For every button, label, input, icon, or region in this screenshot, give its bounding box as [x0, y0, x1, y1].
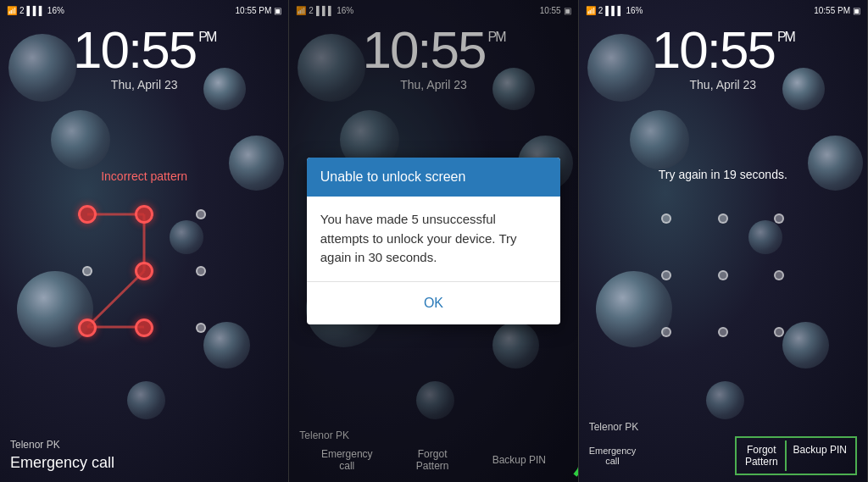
clock-time-1: 10:55 PM — [0, 24, 288, 76]
photo-icon-1: ▣ — [274, 6, 281, 15]
battery-1: 16% — [47, 6, 64, 15]
wifi-icon-3: 📶 — [586, 6, 596, 15]
dot-2-3 — [196, 266, 206, 276]
backup-pin-btn-3[interactable]: Backup PIN — [787, 440, 854, 471]
ampm-1: PM — [198, 30, 215, 44]
incorrect-pattern-text: Incorrect pattern — [0, 169, 288, 183]
wifi-icon-1: 📶 — [7, 6, 17, 15]
date-3: Thu, April 23 — [579, 78, 867, 91]
carrier-1: Telenor PK — [10, 439, 278, 451]
bottom-area-1: Telenor PK Emergency call — [0, 432, 288, 482]
dialog-body: You have made 5 unsuccessful attempts to… — [307, 197, 560, 281]
emergency-call-btn-1[interactable]: Emergency call — [10, 454, 278, 472]
dialog-box: Unable to unlock screen You have made 5 … — [307, 158, 560, 324]
panel-2: 📶 2 ▌▌▌ 16% 10:55 ▣ 10:55 PM Thu, April … — [289, 0, 578, 482]
forgot-pattern-btn-3[interactable]: ForgotPattern — [738, 440, 787, 471]
dialog-title: Unable to unlock screen — [307, 158, 560, 197]
date-1: Thu, April 23 — [0, 78, 288, 91]
dot-grid-3 — [638, 191, 808, 360]
dot-3-2 — [135, 319, 153, 337]
emergency-call-btn-3[interactable]: Emergencycall — [589, 446, 637, 466]
dot-1-3 — [196, 209, 206, 219]
dialog-overlay: Unable to unlock screen You have made 5 … — [289, 0, 577, 482]
dot-3-1 — [78, 319, 97, 337]
panel-3: 📶 2 ▌▌▌ 16% 10:55 PM ▣ 10:55 PM Thu, Apr… — [579, 0, 868, 482]
dot-3-2-3 — [774, 270, 784, 280]
dot-1-1 — [78, 205, 97, 224]
network-icon-3: 2 — [598, 6, 604, 15]
clock-area-3: 10:55 PM Thu, April 23 — [579, 24, 867, 91]
dot-2-1 — [82, 266, 92, 276]
status-right-1: 10:55 PM ▣ — [236, 6, 282, 15]
dot-3-3-1 — [661, 327, 671, 337]
time-status-3: 10:55 PM — [814, 6, 850, 15]
time-digits-1: 10:55 — [73, 24, 196, 76]
status-right-3: 10:55 PM ▣ — [814, 6, 860, 15]
network-icon-1: 2 — [19, 6, 25, 15]
dot-3-3-3 — [774, 327, 784, 337]
pattern-grid-1 — [59, 186, 229, 356]
status-bar-1: 📶 2 ▌▌▌ 16% 10:55 PM ▣ — [0, 0, 288, 20]
dot-1-2 — [135, 205, 153, 224]
ampm-3: PM — [777, 30, 794, 44]
dot-3-3 — [196, 323, 206, 333]
time-status-1: 10:55 PM — [236, 6, 272, 15]
carrier-3: Telenor PK — [589, 421, 857, 433]
status-bar-3: 📶 2 ▌▌▌ 16% 10:55 PM ▣ — [579, 0, 867, 20]
dialog-ok-button[interactable]: OK — [397, 285, 470, 321]
time-digits-3: 10:55 — [652, 24, 775, 76]
dot-3-1-2 — [718, 213, 728, 224]
status-left-1: 📶 2 ▌▌▌ 16% — [7, 6, 64, 15]
dot-2-2 — [135, 262, 153, 280]
battery-3: 16% — [626, 6, 643, 15]
dot-3-2-1 — [661, 270, 671, 280]
dot-3-1-1 — [661, 213, 671, 224]
signal-bars-3: ▌▌▌ — [605, 6, 623, 15]
dialog-buttons: OK — [307, 282, 560, 324]
try-again-text: Try again in 19 seconds. — [579, 168, 867, 181]
panel-1: 📶 2 ▌▌▌ 16% 10:55 PM ▣ 10:55 PM Thu, Apr… — [0, 0, 289, 482]
photo-icon-3: ▣ — [853, 6, 860, 15]
clock-area-1: 10:55 PM Thu, April 23 — [0, 24, 288, 91]
dot-3-1-3 — [774, 213, 784, 224]
clock-time-3: 10:55 PM — [579, 24, 867, 76]
dot-3-3-2 — [718, 327, 728, 337]
bottom-area-3: Telenor PK Emergencycall ForgotPattern B… — [579, 414, 867, 482]
signal-bars-1: ▌▌▌ — [27, 6, 45, 15]
status-left-3: 📶 2 ▌▌▌ 16% — [586, 6, 643, 15]
dot-3-2-2 — [718, 270, 728, 280]
